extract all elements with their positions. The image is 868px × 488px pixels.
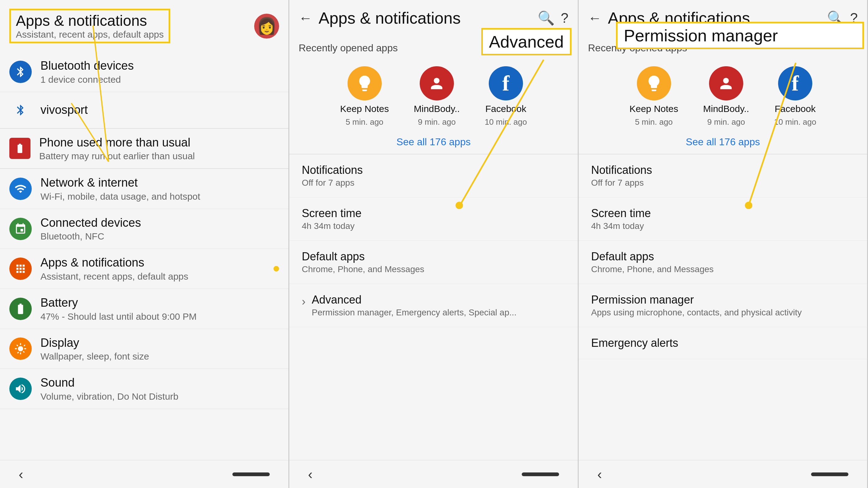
search-icon-p2[interactable]: 🔍 bbox=[537, 10, 555, 26]
annotation-permission-manager: Permission manager bbox=[616, 22, 864, 49]
connected-title: Connected devices bbox=[40, 216, 279, 230]
dot-indicator bbox=[274, 266, 279, 271]
help-icon-p2[interactable]: ? bbox=[561, 10, 568, 26]
emergency-title-p3: Emergency alerts bbox=[591, 336, 855, 350]
menu-item-permission-p3[interactable]: Permission manager Apps using microphone… bbox=[579, 284, 867, 327]
menu-item-notifications-p3[interactable]: Notifications Off for 7 apps bbox=[579, 154, 867, 197]
panel-1-title-box: Apps & notifications Assistant, recent a… bbox=[9, 9, 170, 43]
menu-section-p3: Notifications Off for 7 apps Screen time… bbox=[579, 154, 867, 359]
vivosport-text: vivosport bbox=[40, 103, 279, 117]
screentime-subtitle-p3: 4h 34m today bbox=[591, 221, 855, 231]
facebook-time-p2: 10 min. ago bbox=[485, 117, 527, 127]
vivosport-title: vivosport bbox=[40, 103, 279, 117]
panel-1-header: Apps & notifications Assistant, recent a… bbox=[0, 0, 288, 52]
menu-item-advanced-p2[interactable]: › Advanced Permission manager, Emergency… bbox=[289, 284, 578, 327]
notifications-subtitle-p3: Off for 7 apps bbox=[591, 178, 855, 188]
settings-item-network[interactable]: Network & internet Wi-Fi, mobile, data u… bbox=[0, 169, 288, 209]
svg-point-2 bbox=[434, 78, 440, 84]
mindbody-name-p2: MindBody.. bbox=[414, 104, 460, 114]
see-all-link-p2[interactable]: See all 176 apps bbox=[289, 130, 578, 154]
bluetooth-subtitle: 1 device connected bbox=[40, 74, 279, 85]
facebook-icon-p3: f bbox=[778, 66, 812, 100]
panel-1: Apps & notifications Assistant, recent a… bbox=[0, 0, 289, 488]
display-text: Display Wallpaper, sleep, font size bbox=[40, 336, 279, 362]
menu-item-defaultapps-p2[interactable]: Default apps Chrome, Phone, and Messages bbox=[289, 241, 578, 284]
panel-1-subtitle: Assistant, recent apps, default apps bbox=[16, 29, 164, 40]
defaultapps-title-p3: Default apps bbox=[591, 250, 855, 263]
notifications-title-p2: Notifications bbox=[302, 164, 565, 177]
menu-item-emergency-p3[interactable]: Emergency alerts bbox=[579, 327, 867, 359]
avatar[interactable]: 👩 bbox=[254, 14, 279, 39]
settings-item-connected[interactable]: Connected devices Bluetooth, NFC bbox=[0, 209, 288, 249]
screentime-subtitle-p2: 4h 34m today bbox=[302, 221, 565, 231]
apps-title: Apps & notifications bbox=[40, 256, 274, 270]
keep-notes-icon-p3 bbox=[637, 66, 671, 100]
panel-3-bottom-nav: ‹ bbox=[579, 460, 867, 488]
annotation-advanced: Advanced bbox=[481, 28, 571, 55]
battery-title: Battery bbox=[40, 296, 279, 310]
display-icon bbox=[9, 337, 32, 360]
settings-item-vivosport[interactable]: vivosport bbox=[0, 92, 288, 128]
phone-warning-text: Phone used more than usual Battery may r… bbox=[39, 136, 279, 162]
avatar-icon: 👩 bbox=[257, 17, 277, 35]
sound-title: Sound bbox=[40, 376, 279, 390]
menu-item-screentime-p2[interactable]: Screen time 4h 34m today bbox=[289, 197, 578, 241]
app-item-facebook-p2[interactable]: f Facebook 10 min. ago bbox=[485, 66, 527, 127]
see-all-link-p3[interactable]: See all 176 apps bbox=[579, 130, 867, 154]
menu-item-defaultapps-p3[interactable]: Default apps Chrome, Phone, and Messages bbox=[579, 241, 867, 284]
battery-text: Battery 47% - Should last until about 9:… bbox=[40, 296, 279, 322]
menu-item-notifications-p2[interactable]: Notifications Off for 7 apps bbox=[289, 154, 578, 197]
bluetooth-text: Bluetooth devices 1 device connected bbox=[40, 59, 279, 85]
panel-2-header-icons: 🔍 ? bbox=[537, 10, 568, 26]
menu-item-screentime-p3[interactable]: Screen time 4h 34m today bbox=[579, 197, 867, 241]
panel-2: ← Apps & notifications 🔍 ? Recently open… bbox=[289, 0, 579, 488]
app-item-mindbody-p2[interactable]: MindBody.. 9 min. ago bbox=[414, 66, 460, 127]
vivosport-bt-icon bbox=[9, 99, 32, 121]
back-nav-button-p3[interactable]: ‹ bbox=[597, 466, 602, 482]
mindbody-name-p3: MindBody.. bbox=[703, 104, 749, 114]
mindbody-time-p2: 9 min. ago bbox=[418, 117, 456, 127]
keep-notes-name-p2: Keep Notes bbox=[340, 104, 389, 114]
keep-notes-name-p3: Keep Notes bbox=[629, 104, 678, 114]
network-title: Network & internet bbox=[40, 176, 279, 190]
facebook-icon-p2: f bbox=[489, 66, 523, 100]
mindbody-icon-p2 bbox=[420, 66, 454, 100]
connected-icon bbox=[9, 218, 32, 240]
permission-subtitle-p3: Apps using microphone, contacts, and phy… bbox=[591, 307, 855, 318]
defaultapps-subtitle-p3: Chrome, Phone, and Messages bbox=[591, 264, 855, 274]
sound-subtitle: Volume, vibration, Do Not Disturb bbox=[40, 391, 279, 402]
settings-item-battery[interactable]: Battery 47% - Should last until about 9:… bbox=[0, 289, 288, 329]
battery-warn-icon bbox=[9, 138, 30, 159]
defaultapps-title-p2: Default apps bbox=[302, 250, 565, 263]
back-nav-button-p2[interactable]: ‹ bbox=[308, 466, 313, 482]
settings-item-display[interactable]: Display Wallpaper, sleep, font size bbox=[0, 329, 288, 369]
apps-icon bbox=[9, 258, 32, 280]
settings-item-apps[interactable]: Apps & notifications Assistant, recent a… bbox=[0, 249, 288, 289]
network-icon bbox=[9, 177, 32, 200]
app-item-facebook-p3[interactable]: f Facebook 10 min. ago bbox=[774, 66, 816, 127]
app-icons-row-p2: Keep Notes 5 min. ago MindBody.. 9 min. … bbox=[289, 57, 578, 130]
settings-item-phone-warning[interactable]: Phone used more than usual Battery may r… bbox=[0, 129, 288, 169]
app-item-keep-p3[interactable]: Keep Notes 5 min. ago bbox=[629, 66, 678, 127]
back-nav-button[interactable]: ‹ bbox=[19, 466, 23, 482]
defaultapps-subtitle-p2: Chrome, Phone, and Messages bbox=[302, 264, 565, 274]
network-subtitle: Wi-Fi, mobile, data usage, and hotspot bbox=[40, 191, 279, 202]
display-title: Display bbox=[40, 336, 279, 350]
panel-1-title: Apps & notifications bbox=[16, 12, 164, 29]
keep-notes-icon-p2 bbox=[347, 66, 382, 100]
app-item-keep-p2[interactable]: Keep Notes 5 min. ago bbox=[340, 66, 389, 127]
phone-warning-subtitle: Battery may run out earlier than usual bbox=[39, 151, 279, 161]
sound-icon bbox=[9, 378, 32, 400]
keep-notes-time-p3: 5 min. ago bbox=[635, 117, 673, 127]
advanced-title-p2: Advanced bbox=[312, 293, 517, 306]
settings-item-bluetooth[interactable]: Bluetooth devices 1 device connected bbox=[0, 52, 288, 92]
connected-subtitle: Bluetooth, NFC bbox=[40, 231, 279, 242]
settings-item-sound[interactable]: Sound Volume, vibration, Do Not Disturb bbox=[0, 369, 288, 409]
battery-icon bbox=[9, 298, 32, 320]
screentime-title-p3: Screen time bbox=[591, 207, 855, 220]
app-item-mindbody-p3[interactable]: MindBody.. 9 min. ago bbox=[703, 66, 749, 127]
back-button-p2[interactable]: ← bbox=[299, 10, 312, 26]
screentime-title-p2: Screen time bbox=[302, 207, 565, 220]
back-button-p3[interactable]: ← bbox=[588, 10, 602, 26]
facebook-time-p3: 10 min. ago bbox=[774, 117, 816, 127]
